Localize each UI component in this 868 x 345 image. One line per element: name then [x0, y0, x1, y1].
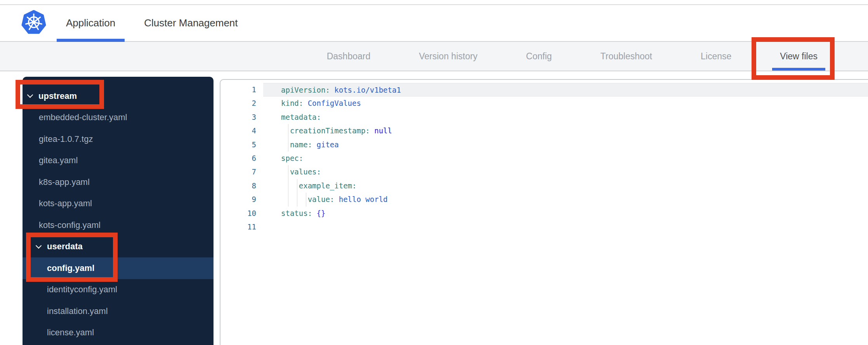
code-line: 8 example_item: [220, 179, 868, 193]
tree-file-kots-app-yaml[interactable]: kots-app.yaml [23, 193, 214, 215]
indent-guide [297, 193, 297, 206]
indent-guide [288, 138, 288, 152]
line-number: 11 [220, 220, 263, 234]
line-number: 5 [220, 138, 263, 152]
tree-folder-upstream[interactable]: upstream [23, 85, 214, 107]
line-number: 7 [220, 165, 263, 179]
tree-file-license-yaml[interactable]: license.yaml [23, 322, 214, 344]
code-line: 9 value: hello world [220, 193, 868, 206]
file-label: identityconfig.yaml [47, 285, 117, 295]
file-label: k8s-app.yaml [39, 177, 90, 187]
indent-guide [288, 193, 288, 206]
subnav-tab-view-files[interactable]: View files [772, 42, 825, 71]
header-tab-application[interactable]: Application [57, 5, 125, 41]
line-number: 10 [220, 207, 263, 220]
code-line: 7 values: [220, 165, 868, 179]
code-line-content: metadata: [263, 110, 868, 124]
line-number: 1 [220, 83, 263, 97]
subnav-tab-version-history[interactable]: Version history [411, 42, 485, 71]
token-kw: null [370, 126, 392, 135]
token-key: creationTimestamp: [281, 126, 370, 135]
token-val: gitea [312, 140, 339, 149]
tree-file-gitea-yaml[interactable]: gitea.yaml [23, 150, 214, 172]
code-line: 4 creationTimestamp: null [220, 124, 868, 138]
tree-folder-userdata[interactable]: userdata [23, 236, 214, 258]
line-number: 6 [220, 152, 263, 165]
file-label: kots-app.yaml [39, 198, 92, 209]
file-label: gitea-1.0.7.tgz [39, 134, 93, 144]
tree-file-config-yaml[interactable]: config.yaml [23, 257, 214, 279]
token-key: metadata: [281, 113, 321, 121]
token-val: hello world [334, 195, 387, 204]
code-line-content: name: gitea [263, 138, 868, 152]
header-tab-cluster-management[interactable]: Cluster Management [135, 5, 247, 41]
subnav-tab-dashboard[interactable]: Dashboard [319, 42, 378, 71]
tree-file-gitea-1-0-7-tgz[interactable]: gitea-1.0.7.tgz [23, 128, 214, 150]
token-key: apiVersion: [281, 86, 330, 94]
code-line-content: status: {} [263, 207, 868, 220]
token-key: name: [281, 140, 312, 149]
token-key: value: [281, 195, 334, 204]
file-tree-sidebar: upstreamembedded-cluster.yamlgitea-1.0.7… [23, 77, 214, 345]
file-label: kots-config.yaml [39, 220, 101, 230]
indent-guide [288, 165, 288, 179]
indent-guide [288, 124, 288, 138]
header-tabs: ApplicationCluster Management [57, 5, 247, 41]
token-val: ConfigValues [303, 99, 361, 107]
kubernetes-logo-icon [21, 10, 46, 35]
tree-file-identityconfig-yaml[interactable]: identityconfig.yaml [23, 279, 214, 301]
tree-file-k8s-app-yaml[interactable]: k8s-app.yaml [23, 171, 214, 193]
token-key: values: [281, 167, 321, 176]
token-key: example_item: [281, 181, 356, 190]
file-label: embedded-cluster.yaml [39, 112, 127, 122]
token-val: kots.io/v1beta1 [330, 86, 401, 94]
code-line: 1apiVersion: kots.io/v1beta1 [220, 83, 868, 97]
subnav-tab-config[interactable]: Config [518, 42, 559, 71]
code-line-content: kind: ConfigValues [263, 97, 868, 110]
file-label: license.yaml [47, 328, 94, 338]
token-key: status: [281, 209, 312, 217]
tree-file-kots-config-yaml[interactable]: kots-config.yaml [23, 214, 214, 236]
indent-guide [306, 193, 306, 206]
file-label: config.yaml [47, 263, 94, 273]
code-line-content: apiVersion: kots.io/v1beta1 [263, 83, 868, 97]
code-line-content: example_item: [263, 179, 868, 193]
line-number: 8 [220, 179, 263, 193]
file-label: gitea.yaml [39, 155, 78, 166]
yaml-file-viewer[interactable]: 1apiVersion: kots.io/v1beta12kind: Confi… [220, 79, 868, 345]
kots-admin-console: ApplicationCluster Management DashboardV… [0, 0, 868, 345]
chevron-down-icon [36, 243, 42, 249]
subnav-tab-troubleshoot[interactable]: Troubleshoot [593, 42, 660, 71]
code-line: 2kind: ConfigValues [220, 97, 868, 110]
chevron-down-icon [27, 92, 33, 98]
line-number: 4 [220, 124, 263, 138]
code-line-content: values: [263, 165, 868, 179]
folder-label: upstream [38, 91, 77, 101]
line-number: 3 [220, 110, 263, 124]
token-key: spec: [281, 154, 303, 162]
app-header: ApplicationCluster Management [0, 4, 868, 42]
indent-guide [297, 179, 297, 193]
folder-label: userdata [47, 242, 83, 252]
code-line-content: spec: [263, 152, 868, 165]
token-key: kind: [281, 99, 303, 107]
app-subnav: DashboardVersion historyConfigTroublesho… [0, 42, 868, 71]
subnav-tab-license[interactable]: License [693, 42, 739, 71]
indent-guide [288, 179, 288, 193]
code-line: 10status: {} [220, 207, 868, 220]
line-number: 9 [220, 193, 263, 206]
tree-file-embedded-cluster-yaml[interactable]: embedded-cluster.yaml [23, 107, 214, 129]
file-label: installation.yaml [47, 306, 108, 316]
code-line-content [263, 220, 868, 234]
code-line: 11 [220, 220, 868, 234]
code-line: 3metadata: [220, 110, 868, 124]
code-line-content: value: hello world [263, 193, 868, 206]
code-line: 5 name: gitea [220, 138, 868, 152]
code-line: 6spec: [220, 152, 868, 165]
tree-file-installation-yaml[interactable]: installation.yaml [23, 300, 214, 322]
token-kw2: {} [312, 209, 325, 217]
line-number: 2 [220, 97, 263, 110]
code-line-content: creationTimestamp: null [263, 124, 868, 138]
